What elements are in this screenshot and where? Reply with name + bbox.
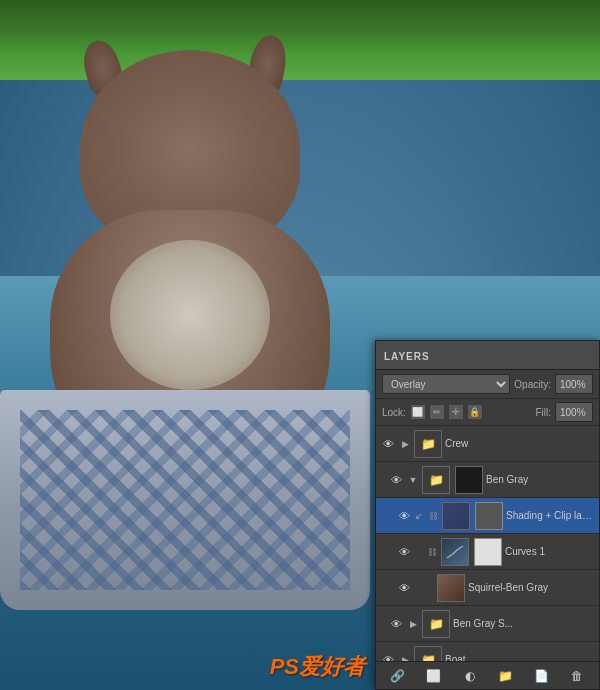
delete-layer-button[interactable]: 🗑 (567, 666, 587, 686)
layers-panel-header: LAYERS (376, 341, 599, 370)
layer-row-crew[interactable]: 👁 ▶ 📁 Crew (376, 426, 599, 462)
add-mask-button[interactable]: ⬜ (424, 666, 444, 686)
layer-expand-squirrel (415, 580, 423, 596)
layer-visibility-squirrel[interactable]: 👁 (396, 580, 412, 596)
lock-label: Lock: (382, 407, 406, 418)
clip-indicator-shading: ↙ (415, 511, 423, 521)
layer-name-bengray: Ben Gray (486, 474, 595, 485)
folder-icon-bengray: 📁 (429, 473, 444, 487)
new-group-button[interactable]: 📁 (495, 666, 515, 686)
layer-expand-crew[interactable]: ▶ (399, 436, 411, 452)
lock-pixels-icon[interactable]: ✏ (429, 404, 445, 420)
new-adjustment-button[interactable]: ◐ (460, 666, 480, 686)
layer-visibility-curves1[interactable]: 👁 (396, 544, 412, 560)
layer-mask-shading (475, 502, 503, 530)
curves-thumb-content (442, 539, 468, 565)
layer-visibility-bengray2[interactable]: 👁 (388, 616, 404, 632)
layer-name-crew: Crew (445, 438, 595, 449)
opacity-label: Opacity: (514, 379, 551, 390)
layer-thumb-crew: 📁 (414, 430, 442, 458)
shading-thumb-content (443, 503, 469, 529)
layer-mask-bengray (455, 466, 483, 494)
layer-thumb-bengray2: 📁 (422, 610, 450, 638)
canvas-area: LAYERS Overlay Normal Multiply Screen Op… (0, 0, 600, 690)
lock-position-icon[interactable]: ✛ (448, 404, 464, 420)
layer-expand-bengray2[interactable]: ▶ (407, 616, 419, 632)
layer-row-squirrel[interactable]: 👁 Squirrel-Ben Gray (376, 570, 599, 606)
layer-row-bengray2[interactable]: 👁 ▶ 📁 Ben Gray S... (376, 606, 599, 642)
layers-toolbar: 🔗 ⬜ ◐ 📁 📄 🗑 (376, 661, 599, 689)
layer-chain-squirrel (426, 580, 434, 596)
layer-chain-shading: ⛓ (427, 508, 439, 524)
new-layer-button[interactable]: 📄 (531, 666, 551, 686)
layer-chain-curves1: ⛓ (426, 544, 438, 560)
lock-icons-group: ⬜ ✏ ✛ 🔒 (410, 404, 532, 420)
layer-thumb-bengray: 📁 (422, 466, 450, 494)
lock-transparent-icon[interactable]: ⬜ (410, 404, 426, 420)
blend-mode-row: Overlay Normal Multiply Screen Opacity: (376, 370, 599, 399)
squirrel-composite (0, 0, 370, 690)
layer-thumb-squirrel (437, 574, 465, 602)
blend-mode-select[interactable]: Overlay Normal Multiply Screen (382, 374, 510, 394)
layer-visibility-bengray[interactable]: 👁 (388, 472, 404, 488)
cup-pattern (20, 410, 350, 590)
lock-row: Lock: ⬜ ✏ ✛ 🔒 Fill: (376, 399, 599, 426)
squirrel-chest (110, 240, 270, 390)
layer-name-bengray2: Ben Gray S... (453, 618, 595, 629)
layer-visibility-shading[interactable]: 👁 (396, 508, 412, 524)
lock-all-icon[interactable]: 🔒 (467, 404, 483, 420)
layer-thumb-curves1 (441, 538, 469, 566)
opacity-input[interactable] (555, 374, 593, 394)
layer-row-bengray[interactable]: 👁 ▼ 📁 Ben Gray (376, 462, 599, 498)
link-layers-button[interactable]: 🔗 (388, 666, 408, 686)
fill-label: Fill: (535, 407, 551, 418)
fill-input[interactable] (555, 402, 593, 422)
layer-thumb-shading (442, 502, 470, 530)
layer-name-curves1: Curves 1 (505, 546, 595, 557)
watermark: PS爱好者 (270, 652, 365, 682)
squirrel-cup (0, 390, 370, 610)
squirrel-thumb-content (438, 575, 464, 601)
layers-panel: LAYERS Overlay Normal Multiply Screen Op… (375, 340, 600, 690)
layer-mask-curves1 (474, 538, 502, 566)
layer-expand-curves1 (415, 544, 423, 560)
chain-icon-shading: ⛓ (429, 511, 438, 521)
layer-row-curves1[interactable]: 👁 ⛓ Curves 1 (376, 534, 599, 570)
layer-expand-bengray[interactable]: ▼ (407, 472, 419, 488)
folder-icon-crew: 📁 (421, 437, 436, 451)
layer-name-shading: Shading + Clip layer (506, 510, 595, 521)
layers-panel-title: LAYERS (384, 351, 430, 362)
layer-row-shading[interactable]: 👁 ↙ ⛓ Shading + Clip layer (376, 498, 599, 534)
layer-name-squirrel: Squirrel-Ben Gray (468, 582, 595, 593)
layer-visibility-crew[interactable]: 👁 (380, 436, 396, 452)
folder-icon-bengray2: 📁 (429, 617, 444, 631)
chain-icon-curves1: ⛓ (428, 547, 437, 557)
